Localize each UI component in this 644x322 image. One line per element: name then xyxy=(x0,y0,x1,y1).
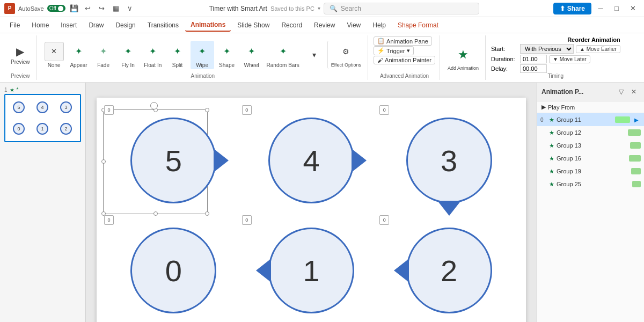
ribbon-group-timing: Reorder Animation Start: With Previous O… xyxy=(487,35,625,80)
preview-button[interactable]: ▶ Preview xyxy=(9,44,32,66)
effect-options[interactable]: ⚙ Effect Options xyxy=(327,41,363,69)
share-button[interactable]: ⬆ Share xyxy=(553,3,591,14)
anim-item-group13[interactable]: ★ Group 13 xyxy=(537,139,644,152)
rotation-handle[interactable] xyxy=(150,102,158,109)
search-placeholder: Search xyxy=(341,5,361,12)
ribbon-tabs: File Home Insert Draw Design Transitions… xyxy=(0,17,644,33)
undo-icon[interactable]: ↩ xyxy=(83,3,93,14)
circle-wrapper-1: 1 xyxy=(266,225,357,316)
badge-2: 0 xyxy=(379,215,389,225)
duration-input[interactable] xyxy=(520,55,547,63)
share-label: Share xyxy=(567,5,585,12)
redo-icon[interactable]: ↪ xyxy=(97,3,107,14)
anim-item-group12[interactable]: ★ Group 12 xyxy=(537,126,644,139)
arrow-down-3 xyxy=(437,201,461,216)
present-icon[interactable]: ▦ xyxy=(111,3,121,14)
circle-item-3[interactable]: 0 3 xyxy=(383,108,515,213)
delay-input[interactable] xyxy=(520,64,547,73)
thumb-circle-2: 2 xyxy=(55,119,77,139)
tab-draw[interactable]: Draw xyxy=(83,19,109,31)
delay-row: Delay: xyxy=(491,64,547,73)
anim-bar-11 xyxy=(615,116,630,123)
trigger-button[interactable]: ⚡ Trigger ▾ xyxy=(374,46,413,55)
anim-right-11[interactable]: ▶ xyxy=(632,115,641,124)
circle-item-4[interactable]: 0 4 xyxy=(245,108,378,213)
tab-animations[interactable]: Animations xyxy=(185,19,231,32)
animation-panel: Animation P... ▽ ✕ ▶ Play From 0 ★ Group… xyxy=(537,83,644,322)
anim-item-group25[interactable]: ★ Group 25 xyxy=(537,178,644,191)
anim-fade[interactable]: ✦ Fade xyxy=(92,41,115,69)
tab-view[interactable]: View xyxy=(341,19,366,31)
title-bar: P AutoSave Off 💾 ↩ ↪ ▦ ∨ Timer with Smar… xyxy=(0,0,644,17)
ribbon-content: ▶ Preview Preview ✕ None ✦ Appear ✦ Fade xyxy=(0,33,644,82)
more-icon[interactable]: ∨ xyxy=(125,3,135,14)
anim-star-11: ★ xyxy=(549,116,554,123)
circle-item-5[interactable]: 0 5 xyxy=(107,108,240,213)
anim-panel-header: Animation P... ▽ ✕ xyxy=(537,83,644,101)
animation-pane-button[interactable]: 📋 Animation Pane xyxy=(374,36,432,46)
anim-appear[interactable]: ✦ Appear xyxy=(67,41,91,69)
circle-item-1[interactable]: 0 1 xyxy=(245,218,378,323)
anim-item-group11[interactable]: 0 ★ Group 11 ▶ xyxy=(537,113,644,126)
anim-floatin[interactable]: ✦ Float In xyxy=(141,41,165,69)
anim-panel-close[interactable]: ✕ xyxy=(628,86,640,98)
tab-record[interactable]: Record xyxy=(276,19,308,31)
tab-design[interactable]: Design xyxy=(110,19,141,31)
tab-home[interactable]: Home xyxy=(26,19,54,31)
anim-panel-controls: ▽ ✕ xyxy=(615,86,640,98)
circle-wrapper-2: 2 xyxy=(404,225,495,316)
slide-star2-icon: * xyxy=(17,87,19,93)
tab-transitions[interactable]: Transitions xyxy=(142,19,184,31)
tab-file[interactable]: File xyxy=(4,19,25,31)
minimize-button[interactable]: ─ xyxy=(594,2,608,16)
preview-label: Preview xyxy=(11,59,30,65)
preview-content: ▶ Preview xyxy=(9,36,32,73)
animation-painter-button[interactable]: 🖌 Animation Painter xyxy=(374,56,435,64)
circle-item-0[interactable]: 0 0 xyxy=(107,218,240,323)
play-from-button[interactable]: ▶ Play From xyxy=(537,101,644,113)
anim-split[interactable]: ✦ Split xyxy=(166,41,189,69)
add-animation-button[interactable]: ★ Add Animation xyxy=(445,44,481,72)
anim-shape[interactable]: ✦ Shape xyxy=(215,41,239,69)
tab-help[interactable]: Help xyxy=(367,19,391,31)
anim-item-group16[interactable]: ★ Group 16 xyxy=(537,152,644,165)
save-icon[interactable]: 💾 xyxy=(69,3,79,14)
play-from-label: Play From xyxy=(548,104,575,111)
ribbon-group-preview: ▶ Preview Preview xyxy=(4,35,37,80)
ribbon-group-animation: ✕ None ✦ Appear ✦ Fade ✦ Fly In ✦ Floa xyxy=(38,35,369,80)
tab-slideshow[interactable]: Slide Show xyxy=(232,19,275,31)
slide-thumbnail[interactable]: 5 4 3 0 1 2 xyxy=(4,94,81,142)
anim-bar-13 xyxy=(630,142,641,149)
anim-panel-expand[interactable]: ▽ xyxy=(615,86,627,98)
arrow-right-4 xyxy=(352,149,367,172)
circle-wrapper-5: 5 xyxy=(128,115,219,206)
start-select[interactable]: With Previous On Click After Previous xyxy=(520,44,574,54)
anim-star-19: ★ xyxy=(549,168,554,175)
anim-none[interactable]: ✕ None xyxy=(42,41,66,69)
anim-item-group19[interactable]: ★ Group 19 xyxy=(537,165,644,178)
anim-more[interactable]: ▾ xyxy=(303,44,326,65)
thumb-circle-0: 0 xyxy=(8,119,30,139)
circle-item-2[interactable]: 0 2 xyxy=(383,218,515,323)
close-button[interactable]: ✕ xyxy=(626,2,640,16)
anim-wheel[interactable]: ✦ Wheel xyxy=(240,41,264,69)
autosave-state: Off xyxy=(49,5,56,11)
slide-num-text: 1 xyxy=(4,87,8,93)
powerpoint-logo: P xyxy=(4,3,15,14)
tab-review[interactable]: Review xyxy=(309,19,340,31)
tab-shape-format[interactable]: Shape Format xyxy=(392,19,444,31)
search-bar[interactable]: 🔍 Search xyxy=(324,3,479,14)
autosave-toggle[interactable]: Off xyxy=(47,5,65,12)
circle-0: 0 xyxy=(130,228,216,313)
move-earlier-button[interactable]: ▲ Move Earlier xyxy=(576,45,620,53)
anim-randombars[interactable]: ✦ Random Bars xyxy=(265,41,302,69)
arrow-left-1 xyxy=(256,259,271,282)
painter-icon: 🖌 xyxy=(377,57,383,63)
tab-insert[interactable]: Insert xyxy=(55,19,82,31)
move-later-button[interactable]: ▼ Move Later xyxy=(549,55,590,63)
anim-flyin[interactable]: ✦ Fly In xyxy=(116,41,140,69)
maximize-button[interactable]: □ xyxy=(610,2,624,16)
trigger-icon: ⚡ xyxy=(377,47,385,54)
anim-wipe[interactable]: ✦ Wipe xyxy=(191,41,214,69)
anim-label-13: Group 13 xyxy=(557,142,626,149)
